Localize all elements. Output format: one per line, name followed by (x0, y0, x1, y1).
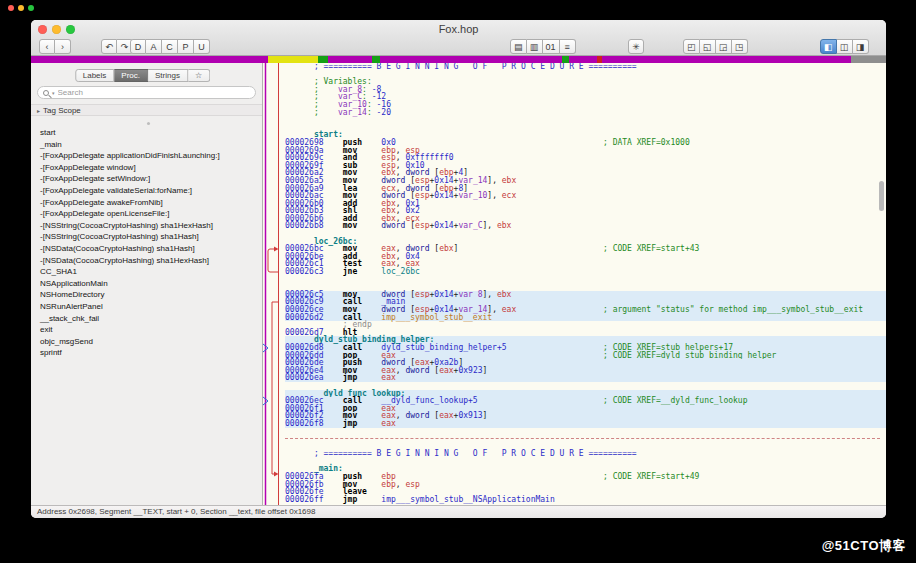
toggle-right-panel-button[interactable]: ◨ (853, 39, 869, 54)
nav-segment[interactable] (318, 56, 328, 63)
asm-line[interactable]: 000026d2 call imp___symbol_stub__exit (285, 314, 886, 322)
disclosure-triangle-icon[interactable]: ▸ (37, 108, 40, 114)
action-button-4[interactable]: ◳ (732, 39, 748, 54)
asm-blank (285, 230, 886, 238)
nav-segment[interactable] (569, 56, 597, 63)
background-zoom-icon (28, 5, 34, 11)
toggle-left-panel-button[interactable]: ◧ (820, 39, 837, 54)
nav-segment[interactable] (602, 56, 851, 63)
toggle-bottom-panel-button[interactable]: ◫ (837, 39, 853, 54)
asm-line[interactable]: 000026f8 jmp eax (285, 420, 886, 428)
mode-procedure-button[interactable]: P (178, 39, 194, 54)
control-flow-gutter (263, 63, 285, 505)
watermark: @51CTO博客 (822, 537, 906, 555)
tab-labels[interactable]: Labels (75, 69, 115, 82)
scrollbar-thumb[interactable] (879, 181, 884, 211)
symbol-item[interactable]: objc_msgSend (31, 336, 262, 348)
asm-line[interactable]: ; endp (285, 321, 886, 329)
views-group: ▤▥01≡ (510, 39, 576, 54)
sidebar: LabelsProc.Strings☆ ▾ ▸Tag Scope start_m… (31, 63, 263, 505)
search-field[interactable]: ▾ (37, 86, 256, 99)
symbol-item[interactable]: -[FoxAppDelegate awakeFromNib] (31, 197, 262, 209)
disassembly-listing[interactable]: ; ========== B E G I N N I N G O F P R O… (285, 63, 886, 505)
tag-scope-row[interactable]: ▸Tag Scope (31, 104, 262, 116)
view-cfg-button[interactable]: ▥ (527, 39, 543, 54)
search-input[interactable] (58, 88, 250, 97)
close-button[interactable] (38, 25, 47, 34)
symbol-item[interactable]: -[FoxAppDelegate validateSerial:forName:… (31, 185, 262, 197)
xref-comment: ; CODE XREF=__dyld_func_lookup (603, 397, 748, 405)
asm-blank (285, 124, 886, 132)
undo-redo-group: ↶↷ (101, 39, 133, 54)
background-close-icon (8, 5, 14, 11)
back-button[interactable]: ‹ (39, 39, 55, 54)
titlebar[interactable]: Fox.hop (31, 20, 886, 38)
minimize-button[interactable] (52, 25, 61, 34)
mode-code-button[interactable]: C (162, 39, 178, 54)
symbol-item[interactable]: CC_SHA1 (31, 266, 262, 278)
xref-comment: ; argument "status" for method imp___sym… (603, 306, 863, 314)
mode-data-button[interactable]: D (130, 39, 146, 54)
symbol-item[interactable]: -[NSData(CocoaCryptoHashing) sha1Hash] (31, 243, 262, 255)
view-assembly-button[interactable]: ▤ (510, 39, 527, 54)
nav-segment[interactable] (328, 56, 372, 63)
asm-line[interactable]: ; ========== B E G I N N I N G O F P R O… (285, 450, 886, 458)
symbol-item[interactable]: -[NSData(CocoaCryptoHashing) sha1HexHash… (31, 255, 262, 267)
asm-token-addr: 000026ff (285, 495, 324, 504)
action-button-2[interactable]: ◱ (700, 39, 716, 54)
symbol-item[interactable]: __stack_chk_fail (31, 313, 262, 325)
symbol-item[interactable]: -[FoxAppDelegate setWindow:] (31, 173, 262, 185)
symbol-item[interactable]: -[FoxAppDelegate applicationDidFinishLau… (31, 150, 262, 162)
window-chrome: Fox.hop ‹› ↶↷ DACPU ▤▥01≡ ✳ ◰◱◲◳ ◧◫◨ (31, 20, 886, 56)
forward-button[interactable]: › (55, 39, 71, 54)
toolbar: ‹› ↶↷ DACPU ▤▥01≡ ✳ ◰◱◲◳ ◧◫◨ (31, 38, 886, 56)
symbol-item[interactable]: exit (31, 324, 262, 336)
asm-line[interactable]: ; var_14: -20 (285, 109, 886, 117)
action-button-3[interactable]: ◲ (716, 39, 732, 54)
asm-line[interactable]: 000026b8 mov dword [esp+0x14+var_C], ebx (285, 222, 886, 230)
tab-bookmarks[interactable]: ☆ (188, 69, 210, 82)
symbol-item[interactable]: -[FoxAppDelegate window] (31, 162, 262, 174)
xref-comment: ; CODE XREF=dyld_stub_binding_helper (603, 352, 776, 360)
settings-button[interactable]: ✳ (628, 39, 644, 54)
nav-segment[interactable] (31, 56, 268, 63)
zoom-button[interactable] (66, 25, 75, 34)
asm-blank (285, 276, 886, 284)
nav-segment[interactable] (372, 56, 380, 63)
symbol-item[interactable]: -[FoxAppDelegate openLicenseFile:] (31, 208, 262, 220)
asm-line[interactable]: 000026ea jmp eax (285, 374, 886, 382)
xref-comment: ; DATA XREF=0x1000 (603, 139, 690, 147)
symbol-item[interactable]: sprintf (31, 347, 262, 359)
symbol-item[interactable]: _main (31, 139, 262, 151)
tab-proc[interactable]: Proc. (114, 69, 148, 82)
navigation-bar[interactable] (31, 56, 886, 63)
sidebar-tabs: LabelsProc.Strings☆ (75, 69, 210, 82)
call-main-arrow (272, 302, 278, 474)
view-hex-button[interactable]: 01 (543, 39, 560, 54)
symbol-item[interactable]: -[NSString(CocoaCryptoHashing) sha1Hash] (31, 231, 262, 243)
symbol-item[interactable]: NSApplicationMain (31, 278, 262, 290)
action-button-1[interactable]: ◰ (683, 39, 700, 54)
asm-token-pl (324, 495, 343, 504)
view-pseudo-button[interactable]: ≡ (560, 39, 576, 54)
asm-line[interactable]: 000026fb mov ebp, esp (285, 481, 886, 489)
symbol-item[interactable]: start (31, 127, 262, 139)
nav-segment[interactable] (268, 56, 318, 63)
symbol-item[interactable]: -[NSString(CocoaCryptoHashing) sha1HexHa… (31, 220, 262, 232)
symbol-item[interactable]: NSRunAlertPanel (31, 301, 262, 313)
nav-segment[interactable] (380, 56, 562, 63)
asm-blank (285, 71, 886, 79)
call-main-arrowhead (274, 472, 279, 477)
mode-ascii-button[interactable]: A (146, 39, 162, 54)
asm-line[interactable]: 000026c3 jne loc_26bc (285, 268, 886, 276)
asm-line[interactable]: ; ========== B E G I N N I N G O F P R O… (285, 63, 886, 71)
loop-arrow (268, 249, 278, 272)
nav-segment[interactable] (562, 56, 569, 63)
tab-strings[interactable]: Strings (148, 69, 188, 82)
asm-token-mn: jmp (343, 495, 382, 504)
nav-segment[interactable] (851, 56, 886, 63)
mode-undefine-button[interactable]: U (194, 39, 210, 54)
asm-line[interactable]: 000026ff jmp imp___symbol_stub__NSApplic… (285, 496, 886, 504)
undo-button[interactable]: ↶ (101, 39, 117, 54)
symbol-item[interactable]: NSHomeDirectory (31, 289, 262, 301)
